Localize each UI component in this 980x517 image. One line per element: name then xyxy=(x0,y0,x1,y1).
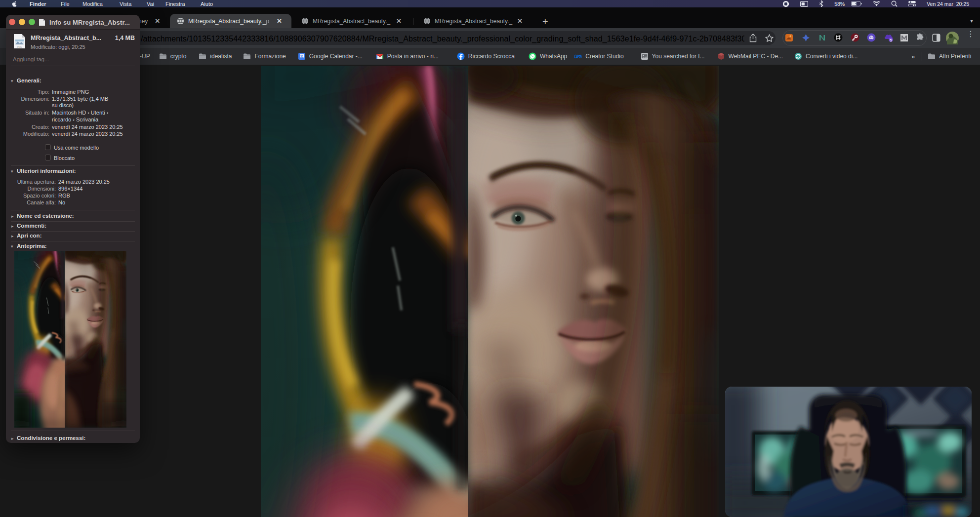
svg-text:31: 31 xyxy=(300,55,304,58)
svg-text:PNG: PNG xyxy=(17,46,22,48)
svg-text:5: 5 xyxy=(890,38,892,42)
